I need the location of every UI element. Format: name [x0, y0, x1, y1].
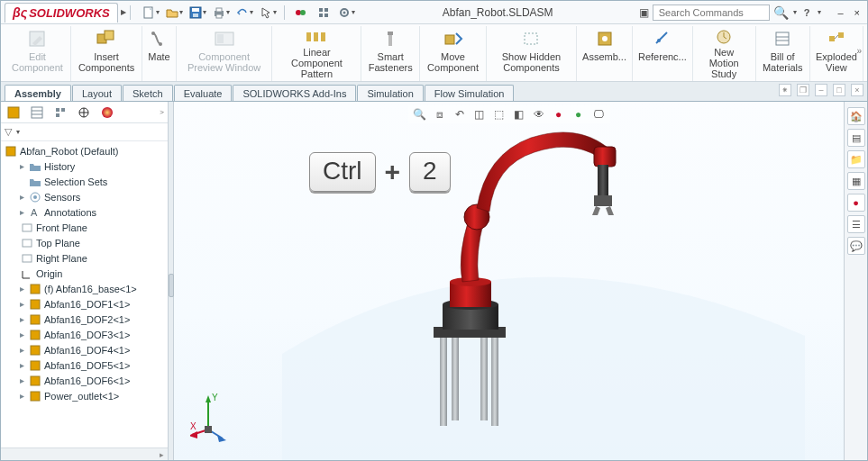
taskpane-tabs: 🏠 ▤ 📁 ▦ ● ☰ 💬 [844, 102, 867, 460]
command-ribbon: Edit Component Insert Components Mate Co… [1, 24, 867, 82]
tree-comp-power[interactable]: ▸Power_outlet<1> [3, 388, 168, 403]
restore-window-icon[interactable]: ❐ [797, 84, 809, 96]
taskpane-appearances-icon[interactable]: ● [847, 194, 865, 212]
move-component-button[interactable]: Move Component [420, 26, 487, 81]
smart-fasteners-button[interactable]: Smart Fasteners [361, 26, 420, 81]
tree-right-plane[interactable]: Right Plane [3, 250, 168, 266]
tree-origin[interactable]: Origin [3, 266, 168, 281]
smart-fasteners-label: Smart Fasteners [367, 51, 414, 73]
reference-geometry-button[interactable]: Referenc... [633, 26, 693, 81]
tree-history[interactable]: ▸History [3, 158, 168, 174]
search-icon[interactable]: 🔍 [773, 5, 789, 20]
tree-root[interactable]: Abfan_Robot (Default) [3, 143, 168, 158]
help-drop-icon[interactable]: ▾ [818, 8, 821, 16]
new-motion-study-button[interactable]: New Motion Study [693, 26, 756, 81]
tree-iconbar-overflow-icon[interactable]: > [160, 108, 164, 116]
svg-rect-64 [31, 361, 40, 370]
tab-assembly[interactable]: Assembly [5, 85, 71, 101]
settings-gear-button[interactable]: ▾ [337, 4, 357, 22]
insert-components-button[interactable]: Insert Components [71, 26, 142, 81]
mate-button[interactable]: Mate [142, 26, 176, 81]
tree-tab-dimxpert-icon[interactable] [75, 104, 93, 121]
graphics-viewport[interactable]: 🔍 ⧈ ↶ ◫ ⬚ ◧ 👁 ● ● 🖵 [174, 102, 844, 460]
tab-layout[interactable]: Layout [72, 85, 122, 101]
show-hidden-button[interactable]: Show Hidden Components [487, 26, 577, 81]
tree-annotations[interactable]: ▸AAnnotations [3, 204, 168, 220]
tree-comp-dof6[interactable]: ▸Abfan16_DOF6<1> [3, 373, 168, 388]
tab-simulation[interactable]: Simulation [357, 85, 423, 101]
taskpane-resources-icon[interactable]: ▤ [847, 129, 865, 147]
tab-flow-simulation[interactable]: Flow Simulation [425, 85, 515, 101]
search-commands-input[interactable] [653, 5, 770, 21]
titlebar: βς SOLIDWORKS ▶ ▾ ▾ ▾ ▾ ▾ ▾ ▾ Abfan_Robo… [1, 1, 867, 24]
tree-comp-dof1[interactable]: ▸Abfan16_DOF1<1> [3, 296, 168, 312]
tree-comp-dof4[interactable]: ▸Abfan16_DOF4<1> [3, 342, 168, 357]
tab-sketch[interactable]: Sketch [123, 85, 173, 101]
assembly-features-button[interactable]: Assemb... [577, 26, 633, 81]
svg-point-19 [159, 42, 162, 46]
search-input-field[interactable] [657, 6, 765, 19]
tree-front-plane[interactable]: Front Plane [3, 220, 168, 235]
open-file-button[interactable]: ▾ [165, 4, 185, 22]
maximize-window-icon[interactable]: □ [833, 84, 845, 96]
taskpane-view-palette-icon[interactable]: ▦ [847, 172, 865, 190]
help-button[interactable]: ? [800, 7, 814, 18]
minimize-button[interactable]: – [834, 7, 846, 18]
logo-dropdown-icon[interactable]: ▶ [121, 8, 126, 16]
svg-rect-6 [216, 14, 222, 18]
linear-pattern-button[interactable]: Linear Component Pattern [272, 26, 361, 81]
tree-filter-row[interactable]: ▽▾ [1, 123, 168, 141]
svg-rect-67 [440, 336, 447, 426]
svg-rect-56 [23, 255, 32, 262]
component-preview-button: Component Preview Window [177, 26, 273, 81]
sensors-icon [29, 192, 41, 203]
svg-rect-27 [445, 35, 454, 44]
tree-tab-property-icon[interactable] [28, 104, 46, 121]
exploded-view-button[interactable]: Exploded View [810, 26, 863, 81]
rebuild-button[interactable] [290, 4, 310, 22]
close-button[interactable]: × [851, 7, 863, 18]
taskpane-forum-icon[interactable]: 💬 [847, 237, 865, 255]
tree-hscrollbar[interactable]: ▸ [1, 447, 168, 460]
svg-rect-54 [23, 224, 32, 231]
tree-comp-dof2[interactable]: ▸Abfan16_DOF2<1> [3, 312, 168, 327]
taskpane-custom-props-icon[interactable]: ☰ [847, 215, 865, 233]
mate-label: Mate [148, 51, 169, 62]
bom-button[interactable]: Bill of Materials [756, 26, 810, 81]
svg-rect-24 [321, 32, 325, 41]
tree-top-plane[interactable]: Top Plane [3, 235, 168, 250]
print-button[interactable]: ▾ [212, 4, 232, 22]
feature-tree[interactable]: Abfan_Robot (Default) ▸History Selection… [1, 141, 168, 447]
plus-icon: + [385, 157, 401, 187]
undo-button[interactable]: ▾ [235, 4, 255, 22]
tree-selection-sets[interactable]: Selection Sets [3, 174, 168, 189]
svg-rect-59 [31, 285, 40, 294]
save-button[interactable]: ▾ [188, 4, 208, 22]
tree-comp-base[interactable]: ▸(f) Abfan16_base<1> [3, 281, 168, 296]
orientation-triad[interactable]: Y X [190, 390, 244, 444]
tree-sensors[interactable]: ▸Sensors [3, 189, 168, 204]
tree-tab-config-icon[interactable] [51, 104, 69, 121]
tab-addins[interactable]: SOLIDWORKS Add-Ins [233, 85, 356, 101]
solidworks-logo-tab[interactable]: βς SOLIDWORKS [5, 3, 118, 23]
minimize-window-icon[interactable]: – [815, 84, 827, 96]
select-button[interactable]: ▾ [259, 4, 279, 22]
taskpane-home-icon[interactable]: 🏠 [847, 107, 865, 125]
new-file-button[interactable]: ▾ [142, 4, 161, 22]
part-icon [29, 314, 41, 325]
search-drop-icon[interactable]: ▾ [793, 8, 797, 16]
taskpane-library-icon[interactable]: 📁 [847, 150, 865, 168]
assembly-features-icon [594, 28, 616, 50]
ribbon-overflow-icon[interactable]: » [856, 46, 862, 56]
folder-icon [29, 162, 41, 171]
tree-comp-dof3[interactable]: ▸Abfan16_DOF3<1> [3, 327, 168, 342]
move-component-label: Move Component [427, 51, 479, 73]
pushpin-icon[interactable]: ⁕ [779, 84, 791, 96]
options-grid-button[interactable] [314, 4, 333, 22]
close-window-icon[interactable]: × [851, 84, 863, 96]
tree-tab-display-icon[interactable] [98, 104, 116, 121]
tab-evaluate[interactable]: Evaluate [174, 85, 233, 101]
tree-comp-dof5[interactable]: ▸Abfan16_DOF5<1> [3, 357, 168, 373]
svg-marker-80 [206, 395, 211, 402]
tree-tab-feature-icon[interactable] [5, 104, 23, 121]
